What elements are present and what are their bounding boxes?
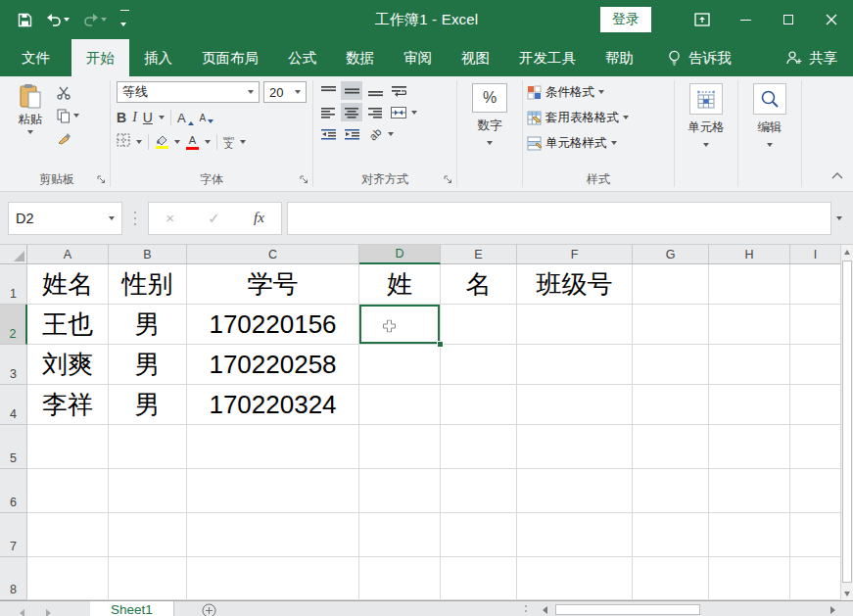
conditional-formatting-button[interactable]: 条件格式: [527, 82, 674, 102]
cell-F5[interactable]: [517, 425, 633, 469]
group-cells[interactable]: 单元格: [675, 76, 737, 191]
tab-home[interactable]: 开始: [71, 39, 129, 76]
col-header-A[interactable]: A: [27, 245, 109, 264]
cell-I2[interactable]: [790, 305, 840, 345]
cell-F1[interactable]: 班级号: [517, 264, 633, 305]
cell-D2-selected[interactable]: [359, 305, 441, 345]
cell-H6[interactable]: [709, 469, 790, 513]
row-header-1[interactable]: 1: [0, 264, 27, 305]
select-all-corner[interactable]: [0, 245, 27, 264]
share-button[interactable]: 共享: [771, 39, 853, 76]
tab-help[interactable]: 帮助: [591, 39, 648, 76]
cell-C1[interactable]: 学号: [187, 264, 359, 305]
new-sheet-button[interactable]: [174, 601, 216, 616]
underline-dropdown-icon[interactable]: [159, 116, 165, 119]
format-painter-button[interactable]: [57, 130, 79, 146]
bold-button[interactable]: B: [117, 110, 126, 125]
orientation-dropdown-icon[interactable]: [388, 132, 394, 136]
cell-B2[interactable]: 男: [109, 305, 187, 345]
cell-A4[interactable]: 李祥: [27, 385, 109, 425]
alignment-dialog-launcher-icon[interactable]: [444, 170, 452, 188]
scroll-left-icon[interactable]: [543, 606, 547, 614]
cell-F4[interactable]: [517, 385, 633, 425]
cell-C6[interactable]: [187, 469, 359, 513]
cell-B7[interactable]: [109, 513, 187, 557]
sign-in-button[interactable]: 登录: [600, 7, 651, 32]
vertical-scrollbar[interactable]: [840, 245, 853, 600]
cell-I8[interactable]: [790, 557, 840, 600]
cell-G7[interactable]: [633, 513, 709, 557]
col-header-C[interactable]: C: [187, 245, 359, 264]
cell-G5[interactable]: [633, 425, 709, 469]
font-dialog-launcher-icon[interactable]: [300, 170, 308, 188]
decrease-font-button[interactable]: A: [200, 113, 214, 123]
cell-styles-button[interactable]: 单元格样式: [527, 133, 674, 153]
scroll-up-icon[interactable]: [844, 250, 850, 255]
tabbar-resize-gripper[interactable]: [525, 605, 527, 607]
cell-H2[interactable]: [709, 305, 790, 345]
tab-developer[interactable]: 开发工具: [504, 39, 591, 76]
cells-icon[interactable]: [689, 83, 723, 115]
copy-button[interactable]: [57, 108, 79, 123]
next-sheet-icon[interactable]: [46, 609, 51, 616]
group-editing[interactable]: 编辑: [738, 76, 801, 191]
expand-formula-bar-icon[interactable]: [831, 216, 847, 220]
collapse-ribbon-icon[interactable]: [831, 166, 843, 183]
borders-dropdown-icon[interactable]: [136, 140, 142, 144]
borders-button[interactable]: [117, 133, 130, 151]
cell-D5[interactable]: [359, 425, 441, 469]
cell-E4[interactable]: [441, 385, 517, 425]
cell-E7[interactable]: [441, 513, 517, 557]
ribbon-display-options-icon[interactable]: [681, 0, 724, 39]
phonetic-guide-button[interactable]: wén 文: [223, 135, 234, 150]
phonetic-dropdown-icon[interactable]: [240, 140, 246, 144]
cell-I3[interactable]: [790, 345, 840, 385]
align-bottom-button[interactable]: [364, 81, 386, 100]
tell-me-box[interactable]: 告诉我: [654, 39, 745, 76]
col-header-E[interactable]: E: [441, 245, 517, 264]
fill-color-button[interactable]: [155, 135, 168, 149]
cancel-entry-icon[interactable]: ×: [166, 210, 174, 226]
cell-G2[interactable]: [633, 305, 709, 345]
cell-B8[interactable]: [109, 557, 187, 600]
cell-F7[interactable]: [517, 513, 633, 557]
editing-dropdown-icon[interactable]: [767, 143, 773, 147]
cell-D1[interactable]: 姓: [359, 264, 441, 305]
cell-D8[interactable]: [359, 557, 441, 600]
clipboard-dialog-launcher-icon[interactable]: [97, 170, 106, 188]
row-header-7[interactable]: 7: [0, 513, 27, 557]
cell-A6[interactable]: [27, 469, 109, 513]
cell-E2[interactable]: [441, 305, 517, 345]
percent-style-button[interactable]: %: [472, 83, 507, 113]
minimize-button[interactable]: [724, 0, 767, 39]
tab-review[interactable]: 审阅: [389, 39, 447, 76]
cell-E8[interactable]: [441, 557, 517, 600]
align-left-button[interactable]: [317, 103, 339, 121]
cell-B5[interactable]: [109, 425, 187, 469]
format-as-table-button[interactable]: 套用表格格式: [527, 108, 674, 127]
sheet-tab-sheet1[interactable]: Sheet1: [90, 601, 174, 616]
number-dropdown-icon[interactable]: [487, 141, 493, 145]
cell-D4[interactable]: [359, 385, 441, 425]
close-button[interactable]: [810, 0, 853, 39]
cell-D3[interactable]: [359, 345, 441, 385]
cell-G6[interactable]: [633, 469, 709, 513]
maximize-button[interactable]: [767, 0, 810, 39]
cell-B6[interactable]: [109, 469, 187, 513]
cell-A3[interactable]: 刘爽: [27, 345, 109, 385]
cell-D6[interactable]: [359, 469, 441, 513]
row-header-6[interactable]: 6: [0, 469, 27, 513]
cell-I7[interactable]: [790, 513, 840, 557]
horizontal-scroll-track[interactable]: [700, 604, 823, 615]
cell-D7[interactable]: [359, 513, 441, 557]
cell-G4[interactable]: [633, 385, 709, 425]
customize-qat-icon[interactable]: [117, 8, 133, 32]
tab-file[interactable]: 文件: [0, 39, 71, 76]
cell-C7[interactable]: [187, 513, 359, 557]
tab-data[interactable]: 数据: [331, 39, 389, 76]
undo-icon[interactable]: [42, 12, 73, 28]
fill-color-dropdown-icon[interactable]: [174, 140, 180, 144]
cell-C2[interactable]: 170220156: [187, 305, 359, 345]
font-size-combo[interactable]: 20: [263, 81, 307, 103]
redo-icon[interactable]: [79, 12, 111, 28]
